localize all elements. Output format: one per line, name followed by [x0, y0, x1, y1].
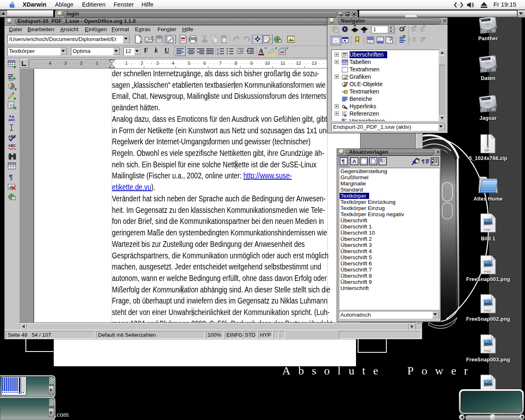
- svg-text:PDF: PDF: [484, 228, 491, 232]
- svg-text:2: 2: [217, 52, 219, 55]
- svg-text:A: A: [9, 114, 11, 118]
- svg-text:PNG: PNG: [484, 349, 491, 353]
- svg-text:¶: ¶: [342, 158, 345, 164]
- svg-text:ABC: ABC: [8, 118, 16, 122]
- svg-text:PNG: PNG: [484, 270, 491, 274]
- svg-text:PNG: PNG: [484, 309, 491, 313]
- svg-text:¶: ¶: [422, 158, 425, 164]
- svg-text:¶: ¶: [432, 159, 434, 164]
- svg-text:ZIP: ZIP: [484, 148, 490, 152]
- svg-text:¶: ¶: [9, 174, 13, 181]
- svg-text:A: A: [352, 158, 356, 164]
- svg-text:1: 1: [217, 48, 219, 51]
- svg-text:A: A: [259, 48, 263, 54]
- svg-text:1: 1: [373, 27, 376, 32]
- svg-text:ABC: ABC: [8, 144, 16, 148]
